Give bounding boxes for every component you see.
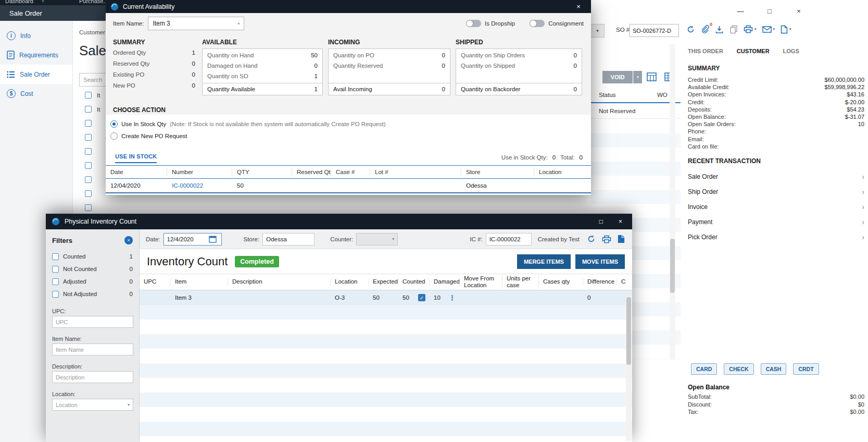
item-row-checkbox[interactable] [85,134,92,141]
close-icon[interactable]: × [795,7,803,15]
refresh-icon[interactable] [587,235,596,243]
calendar-icon[interactable] [209,235,217,243]
filter-not-counted[interactable]: Not Counted0 [46,263,139,275]
tab-this-order[interactable]: THIS ORDER [688,48,723,54]
summary-section-title: SUMMARY [113,39,145,46]
filter-counted[interactable]: Counted1 [46,250,139,263]
tab-purchase[interactable]: Purchase... [79,0,106,5]
inventory-table-header: UPC Item Description Location Expected C… [140,274,632,290]
column-header: Number [167,168,232,176]
row-label: New PO [113,82,135,93]
row-value: 50 [311,52,318,63]
qty-cell: 50 [232,182,292,189]
minimize-icon[interactable]: — [736,7,745,15]
print-icon[interactable] [602,235,611,243]
link-pick-order[interactable]: Pick Order› [688,229,864,244]
maximize-dialog-icon[interactable]: □ [599,218,603,225]
item-row-checkbox[interactable] [85,190,92,197]
void-button[interactable]: VOID [602,71,633,83]
cash-button[interactable]: CASH [761,363,787,375]
number-link[interactable]: IC-0000022 [167,182,232,189]
inventory-scrollbar-thumb[interactable] [626,297,631,365]
filter-not-adjusted[interactable]: Not Adjusted0 [46,288,139,300]
counter-dropdown[interactable]: ▾ [356,233,398,245]
copy-icon[interactable] [729,25,738,34]
item-row-checkbox[interactable] [85,106,92,113]
is-dropship-toggle[interactable] [466,20,481,27]
row-menu-icon[interactable]: ⋮ [449,294,456,302]
panel-scrollbar-thumb[interactable] [670,239,675,293]
item-row-checkbox[interactable] [85,120,92,127]
item-name-dropdown[interactable]: Item 3 ▾ [148,17,244,30]
close-tab-icon[interactable]: × [42,0,44,4]
radio-create-po[interactable] [110,132,118,140]
merge-items-button[interactable]: MERGE ITEMS [517,254,571,269]
refresh-icon[interactable] [686,25,695,34]
close-dialog-icon[interactable]: × [619,218,622,225]
link-invoice[interactable]: Invoice› [688,199,864,214]
date-field[interactable] [163,233,222,245]
upc-input[interactable] [52,316,133,328]
row-value: 0 [442,86,445,92]
filter-adjusted[interactable]: Adjusted0 [46,275,139,288]
close-filters-icon[interactable]: × [124,236,133,244]
inventory-scrollbar[interactable] [626,296,632,441]
sidebar-item-requirements[interactable]: Requirements [0,45,72,65]
tab-dashboard[interactable]: Dashboard × [5,0,44,5]
document-icon[interactable] [618,235,625,243]
maximize-icon[interactable]: □ [765,7,774,15]
link-sale-order[interactable]: Sale Order› [688,169,864,184]
sidebar-item-info[interactable]: i Info [0,26,72,45]
sidebar-item-cost[interactable]: $ Cost [0,84,72,103]
row-label: Existing PO [113,71,144,82]
shipped-section: Quantity on Ship Orders0 Quantity on Shi… [456,48,582,95]
chevron-down-icon[interactable]: ▾ [591,24,605,38]
close-dialog-icon[interactable]: × [571,3,586,10]
card-button[interactable]: CARD [691,363,717,375]
use-in-stock-tab[interactable]: USE IN STOCK [115,153,157,163]
tab-logs[interactable]: LOGS [783,48,799,54]
email-icon[interactable]: ▾ [762,26,775,33]
move-items-button[interactable]: MOVE ITEMS [575,254,625,269]
item-row-checkbox[interactable] [85,162,92,169]
stock-table-row[interactable]: 12/04/2020 IC-0000022 50 Odessa [106,179,591,193]
create-po-option[interactable]: Create New PO Request [106,130,591,142]
balance-row: Tax:$0.00 [688,408,864,416]
inventory-table-row[interactable]: Item 3 O-3 50 50✓ 10⋮ 0 [140,290,632,305]
so-number-field[interactable] [630,24,679,37]
not-adjusted-checkbox[interactable] [52,291,59,298]
not-counted-checkbox[interactable] [52,266,59,273]
filter-count: 0 [130,278,133,285]
link-ship-order[interactable]: Ship Order› [688,184,864,199]
summary-row: Phone: [688,128,864,135]
item-name-input[interactable] [52,343,133,355]
check-button[interactable]: CHECK [724,363,753,375]
store-field[interactable] [262,233,315,245]
item-row-checkbox[interactable] [85,148,92,155]
counted-confirm-checkbox[interactable]: ✓ [418,294,425,301]
download-icon[interactable] [715,25,724,34]
grid-view-icon[interactable] [647,72,657,81]
print-icon[interactable]: ▾ [744,25,757,33]
item-row-checkbox[interactable] [85,204,92,211]
link-payment[interactable]: Payment› [688,214,864,229]
location-dropdown[interactable]: Location ▾ [52,399,133,411]
sidebar-item-info-label: Info [20,32,31,40]
ic-number-field[interactable] [486,233,532,245]
date-input[interactable] [167,236,209,242]
tab-customer[interactable]: CUSTOMER [737,48,770,54]
document-icon[interactable]: ▾ [781,25,791,34]
use-in-stock-option[interactable]: Use In Stock Qty (Note: If Stock is not … [106,118,591,130]
counted-checkbox[interactable] [52,253,59,260]
void-dropdown[interactable]: ▾ [633,71,642,83]
sidebar-item-sale-order[interactable]: Sale Order [0,65,72,84]
panel-scrollbar[interactable] [670,44,675,360]
radio-use-in-stock[interactable] [110,120,118,128]
consignment-toggle[interactable] [530,20,545,27]
select-all-checkbox[interactable] [85,92,92,99]
item-row-checkbox[interactable] [85,176,92,183]
attachment-icon[interactable]: 0 [701,24,709,34]
description-input[interactable] [52,371,133,383]
adjusted-checkbox[interactable] [52,278,59,285]
crdt-button[interactable]: CRDT [793,363,819,375]
